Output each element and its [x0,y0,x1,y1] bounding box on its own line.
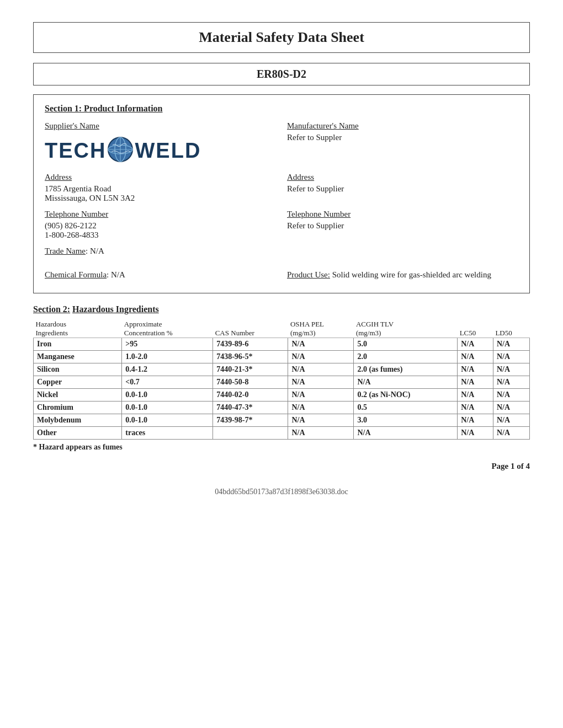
section1-num: Section 1: [45,104,82,113]
manufacturer-label: Manufacturer's Name [287,121,359,131]
table-cell: 7440-21-3* [213,363,288,376]
table-cell: 1.0-2.0 [122,351,213,363]
table-cell: N/A [493,351,529,363]
table-cell: N/A [493,402,529,414]
table-cell: Manganese [34,351,122,363]
chemical-formula-label: Chemical Formula [45,270,107,280]
th-osha-unit: (mg/m3) [288,329,354,338]
section1-title: Product Information [84,104,162,113]
table-cell: N/A [458,363,493,376]
table-cell: 7438-96-5* [213,351,288,363]
subtitle-box: ER80S-D2 [33,63,530,85]
th-lc50-empty [458,320,493,329]
table-cell: 0.4-1.2 [122,363,213,376]
table-cell: 0.0-1.0 [122,389,213,402]
ingredients-table: Hazardous Approximate OSHA PEL ACGIH TLV… [33,320,530,440]
th-osha: OSHA PEL [288,320,354,329]
table-row: Copper<0.77440-50-8N/AN/AN/AN/A [34,376,530,389]
table-cell: 7440-47-3* [213,402,288,414]
th-cas: CAS Number [213,329,288,338]
trade-name-row: Trade Name: N/A [45,247,518,265]
product-use-label: Product Use: [287,270,330,279]
table-cell: N/A [458,402,493,414]
manufacturer-value: Refer to Suppler [287,133,342,142]
table-cell: <0.7 [122,376,213,389]
techniweld-logo: TECH WELD [45,137,270,164]
table-cell: N/A [288,402,354,414]
section2-header-area: Section 2: Hazardous Ingredients [33,304,530,314]
address-label-right: Address [287,173,314,182]
table-cell: Chromium [34,402,122,414]
page-wrapper: Material Safety Data Sheet ER80S-D2 Sect… [33,22,530,496]
logo-area: TECH WELD [45,137,270,164]
table-cell: N/A [458,351,493,363]
table-cell: N/A [288,376,354,389]
page-title: Material Safety Data Sheet [45,29,518,46]
address-label-left: Address [45,173,72,182]
title-box: Material Safety Data Sheet [33,22,530,53]
trade-name-label: Trade Name [45,247,86,256]
table-cell: Nickel [34,389,122,402]
logo-weld: WELD [135,139,201,163]
table-cell: N/A [493,414,529,427]
th-concentration: Concentration % [122,329,213,338]
logo-tech: TECH [45,139,106,163]
table-row: Iron>957439-89-6N/A5.0N/AN/A [34,338,530,351]
th-acgih-unit: (mg/m3) [354,329,458,338]
th-acgih: ACGIH TLV [354,320,458,329]
table-header-row1: Hazardous Approximate OSHA PEL ACGIH TLV [34,320,530,329]
table-cell: N/A [288,338,354,351]
table-cell: N/A [288,414,354,427]
supplier-manufacturer-row: Supplier's Name TECH [45,121,518,173]
table-cell: N/A [354,376,458,389]
table-cell: N/A [493,427,529,440]
table-cell: N/A [288,389,354,402]
telephone-col-right: Telephone Number Refer to Supplier [282,210,518,247]
table-cell: traces [122,427,213,440]
document-id: 04bdd65bd50173a87d3f1898f3e63038.doc [33,488,530,496]
telephone-label-right: Telephone Number [287,210,350,219]
product-use-value: Solid welding wire for gas-shielded arc … [330,270,491,279]
chemical-col: Chemical Formula: N/A [45,270,282,282]
table-header-row2: Ingredients Concentration % CAS Number (… [34,329,530,338]
table-cell: 7439-98-7* [213,414,288,427]
table-cell: 0.2 (as Ni-NOC) [354,389,458,402]
manufacturer-col: Manufacturer's Name Refer to Suppler [282,121,518,173]
logo-globe-icon [107,136,134,163]
table-cell: N/A [493,363,529,376]
address-row: Address 1785 Argentia RoadMississauga, O… [45,173,518,210]
table-row: Chromium0.0-1.07440-47-3*N/A0.5N/AN/A [34,402,530,414]
table-row: OthertracesN/AN/AN/AN/A [34,427,530,440]
table-cell: N/A [458,376,493,389]
th-ld50: LD50 [493,329,529,338]
table-cell: N/A [288,363,354,376]
table-cell: Silicon [34,363,122,376]
table-row: Nickel0.0-1.07440-02-0N/A0.2 (as Ni-NOC)… [34,389,530,402]
table-cell: 5.0 [354,338,458,351]
product-code: ER80S-D2 [45,68,518,81]
telephone-value-left: (905) 826-21221-800-268-4833 [45,221,270,240]
table-cell: N/A [458,338,493,351]
table-cell: N/A [493,338,529,351]
table-cell: 2.0 [354,351,458,363]
trade-name-value: N/A [90,247,104,255]
ingredients-body: Iron>957439-89-6N/A5.0N/AN/AManganese1.0… [34,338,530,440]
telephone-value-right: Refer to Supplier [287,221,518,231]
table-cell: N/A [458,427,493,440]
address-col-left: Address 1785 Argentia RoadMississauga, O… [45,173,282,210]
chemical-formula-value: N/A [111,270,125,279]
th-hazardous: Hazardous [34,320,122,329]
telephone-label-left: Telephone Number [45,210,108,219]
table-cell: 0.0-1.0 [122,402,213,414]
th-ingredients: Ingredients [34,329,122,338]
table-cell: N/A [493,376,529,389]
address-col-right: Address Refer to Supplier [282,173,518,210]
table-cell: 7440-50-8 [213,376,288,389]
th-ld50-empty [493,320,529,329]
table-row: Manganese1.0-2.07438-96-5*N/A2.0N/AN/A [34,351,530,363]
table-cell: 2.0 (as fumes) [354,363,458,376]
address-value-left: 1785 Argentia RoadMississauga, ON L5N 3A… [45,184,270,203]
section2-header: Section 2: Hazardous Ingredients [33,304,159,314]
hazard-note: * Hazard appears as fumes [33,443,530,452]
supplier-col: Supplier's Name TECH [45,121,282,173]
